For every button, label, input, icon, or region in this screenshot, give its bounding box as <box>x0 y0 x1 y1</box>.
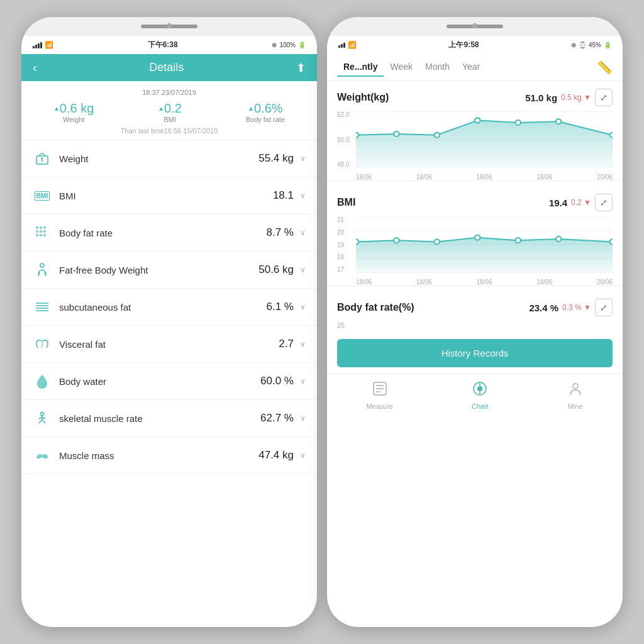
nav-mine[interactable]: Mine <box>567 380 584 410</box>
bmi-chart-title: BMI <box>337 197 355 208</box>
body-fat-expand-button[interactable]: ⤢ <box>595 299 613 316</box>
metric-row-weight[interactable]: Weight 55.4 kg ∨ <box>21 140 317 177</box>
fatrate-delta-label: Body fat rate <box>246 116 285 123</box>
battery-icon-right: 🔋 <box>604 42 611 48</box>
svg-point-29 <box>394 131 399 136</box>
summary-section: 18:37 23/07/2019 ▲ 0.6 kg Weight ▲ 0.2 B… <box>21 81 317 140</box>
svg-point-46 <box>610 240 613 245</box>
metric-row-fat-free-body-weight[interactable]: Fat-free Body Weight 50.6 kg ∨ <box>21 252 317 289</box>
weight-x-0: 18/06 <box>356 174 372 180</box>
tab-month[interactable]: Month <box>419 58 456 77</box>
measure-icon <box>372 380 388 401</box>
share-button[interactable]: ⬆ <box>296 61 306 75</box>
clock-icon: ⊕ <box>571 42 576 48</box>
svg-point-33 <box>556 119 562 124</box>
left-phone: 📶 下午6:38 ⊕ 100% 🔋 ‹ Details ⬆ 18:37 23/0… <box>21 17 317 627</box>
svg-line-22 <box>42 419 45 423</box>
bmi-y-label-19: 19 <box>337 242 344 248</box>
bmi-delta-value: 0.2 <box>164 101 182 116</box>
weight-delta-value: 0.6 kg <box>60 101 94 116</box>
metric-row-subcutaneous-fat[interactable]: subcutaneous fat 6.1 % ∨ <box>21 289 317 326</box>
phone-top-left <box>21 17 317 36</box>
weight-chart-svg <box>356 111 613 168</box>
weight-chart-expand-button[interactable]: ⤢ <box>595 89 613 106</box>
metric-row-skeletal-muscle[interactable]: skeletal muscle rate 62.7 % ∨ <box>21 400 317 437</box>
svg-point-42 <box>435 240 440 245</box>
bmi-chart-expand-button[interactable]: ⤢ <box>595 194 613 211</box>
bmi-chart-header: BMI 19.4 0.2 ▼ ⤢ <box>337 194 613 211</box>
phone-camera-right <box>472 23 477 28</box>
bmi-y-label-21: 21 <box>337 216 344 223</box>
weight-x-labels: 18/06 18/06 18/06 18/06 20/06 <box>356 174 613 180</box>
svg-point-40 <box>356 240 358 245</box>
bmi-x-3: 18/06 <box>536 279 552 286</box>
svg-point-45 <box>556 236 562 242</box>
muscle-mass-icon <box>33 446 52 465</box>
body-fat-rate-value: 8.7 % <box>267 226 294 239</box>
tab-recently[interactable]: Re...ntly <box>337 58 384 77</box>
metric-row-body-water[interactable]: Body water 60.0 % ∨ <box>21 363 317 400</box>
svg-rect-4 <box>40 226 42 229</box>
subcutaneous-fat-chevron: ∨ <box>300 303 306 311</box>
weight-x-2: 18/06 <box>476 174 492 180</box>
visceral-fat-icon <box>33 335 52 353</box>
svg-rect-10 <box>40 234 42 236</box>
bmi-arrow: ▲ <box>158 105 164 112</box>
weight-value: 55.4 kg <box>258 152 294 165</box>
svg-point-52 <box>477 386 482 391</box>
phone-camera-left <box>167 23 172 28</box>
svg-point-19 <box>41 413 44 416</box>
svg-rect-8 <box>43 230 46 233</box>
subcutaneous-fat-value: 6.1 % <box>267 301 294 313</box>
skeletal-muscle-chevron: ∨ <box>300 414 306 423</box>
bmi-x-2: 18/06 <box>476 279 492 286</box>
body-fat-rate-label: Body fat rate <box>59 228 267 238</box>
body-water-icon <box>33 372 52 391</box>
tab-year[interactable]: Year <box>456 58 486 77</box>
svg-rect-5 <box>43 226 46 229</box>
summary-bmi: ▲ 0.2 BMI <box>158 101 182 123</box>
metric-row-visceral-fat[interactable]: Visceral fat 2.7 ∨ <box>21 326 317 363</box>
history-records-button[interactable]: History Records <box>337 339 613 367</box>
bmi-label: BMI <box>59 191 273 201</box>
svg-point-1 <box>42 158 43 160</box>
bmi-y-label-20: 20 <box>337 229 344 236</box>
status-bar-left: 📶 下午6:38 ⊕ 100% 🔋 <box>21 36 317 54</box>
metric-row-muscle-mass[interactable]: Muscle mass 47.4 kg ∨ <box>21 437 317 474</box>
weight-y-labels: 52.0 50.0 48.0 <box>337 111 349 168</box>
svg-point-55 <box>573 384 578 389</box>
metric-row-body-fat-rate[interactable]: Body fat rate 8.7 % ∨ <box>21 214 317 252</box>
svg-point-31 <box>475 118 480 123</box>
details-header: ‹ Details ⬆ <box>21 54 317 81</box>
summary-weight: ▲ 0.6 kg Weight <box>53 101 94 123</box>
tab-week[interactable]: Week <box>384 58 419 77</box>
bmi-value: 18.1 <box>273 189 294 202</box>
weight-chart-delta: 0.5 kg ▼ <box>561 93 591 102</box>
weight-chart-value: 51.0 kg <box>525 92 557 103</box>
svg-rect-9 <box>36 234 38 236</box>
signal-bar-3 <box>38 43 40 48</box>
tabs-bar: Re...ntly Week Month Year 📏 <box>327 54 623 81</box>
body-fat-rate-icon <box>33 223 52 242</box>
bmi-x-labels: 18/06 18/06 18/06 18/06 20/06 <box>356 279 613 286</box>
bmi-chart-svg <box>356 216 613 273</box>
metric-row-bmi[interactable]: BMI BMI 18.1 ∨ <box>21 177 317 214</box>
weight-y-label-52: 52.0 <box>337 111 349 118</box>
weight-arrow: ▲ <box>53 105 60 112</box>
location-icon: ⊕ <box>272 42 277 48</box>
nav-chart[interactable]: Chart <box>472 380 489 410</box>
bmi-chart-section: BMI 19.4 0.2 ▼ ⤢ 21 20 19 18 17 <box>327 186 623 286</box>
bmi-chart-value-container: 19.4 0.2 ▼ ⤢ <box>549 194 613 211</box>
back-button[interactable]: ‹ <box>33 60 37 75</box>
weight-chart-section: Weight(kg) 51.0 kg 0.5 kg ▼ ⤢ 52.0 50.0 … <box>327 81 623 181</box>
ruler-icon[interactable]: 📏 <box>597 60 613 75</box>
bmi-x-0: 18/06 <box>356 279 372 286</box>
nav-measure[interactable]: Measure <box>366 380 393 410</box>
battery-text-left: 100% <box>279 42 296 48</box>
body-water-label: Body water <box>59 376 260 387</box>
status-time-left: 下午6:38 <box>148 40 178 50</box>
signal-bar-2 <box>35 45 37 48</box>
fat-free-icon <box>33 260 52 279</box>
summary-metrics: ▲ 0.6 kg Weight ▲ 0.2 BMI ▲ 0.6% <box>21 101 317 123</box>
body-water-chevron: ∨ <box>300 377 306 386</box>
